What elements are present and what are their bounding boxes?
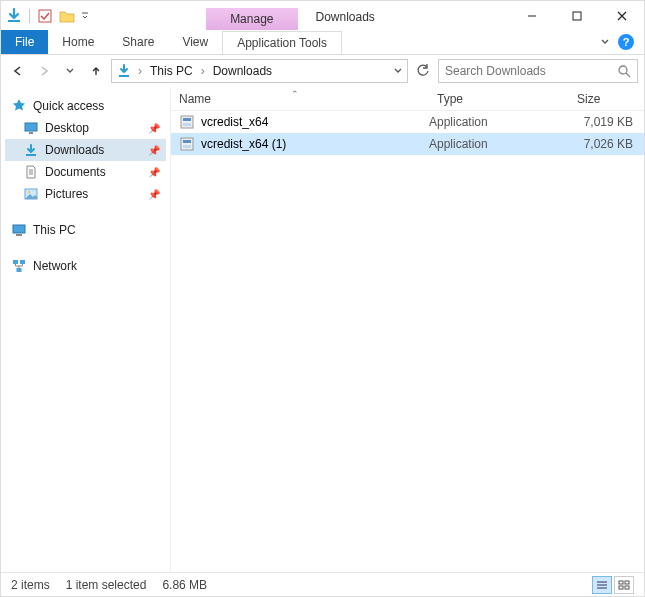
file-name: vcredist_x64 [201,115,268,129]
chevron-right-icon[interactable]: › [136,64,144,78]
file-size: 7,026 KB [569,137,639,151]
nav-bar: › This PC › Downloads [1,55,644,87]
status-item-count: 2 items [11,578,50,592]
svg-rect-29 [625,586,629,589]
file-list-pane: Name ⌃ Type Size vcredist_x64 Applicatio… [171,87,644,572]
sidebar-item-pictures[interactable]: Pictures 📌 [5,183,166,205]
search-icon[interactable] [618,65,631,78]
search-box[interactable] [438,59,638,83]
app-icon [5,7,23,25]
sidebar-item-label: Network [33,259,77,273]
quick-access-icon [11,98,27,114]
svg-rect-21 [183,140,191,143]
pictures-icon [23,186,39,202]
sidebar-item-label: This PC [33,223,76,237]
svg-rect-28 [619,586,623,589]
status-bar: 2 items 1 item selected 6.86 MB [1,572,644,596]
pin-icon[interactable]: 📌 [148,189,160,200]
sidebar-item-documents[interactable]: Documents 📌 [5,161,166,183]
pin-icon[interactable]: 📌 [148,123,160,134]
sidebar-item-label: Downloads [45,143,104,157]
location-icon [116,63,132,79]
recent-locations-icon[interactable] [59,60,81,82]
svg-rect-14 [13,260,18,264]
new-folder-icon[interactable] [58,7,76,25]
svg-point-3 [619,66,627,74]
status-selected-count: 1 item selected [66,578,147,592]
details-view-button[interactable] [592,576,612,594]
sidebar-this-pc[interactable]: This PC [5,219,166,241]
svg-rect-5 [25,123,37,131]
thumbnails-view-button[interactable] [614,576,634,594]
qat-dropdown-icon[interactable] [80,7,90,25]
status-selected-size: 6.86 MB [162,578,207,592]
file-size: 7,019 KB [569,115,639,129]
sort-indicator-icon: ⌃ [291,89,299,99]
tab-share[interactable]: Share [108,30,168,54]
sidebar-quick-access[interactable]: Quick access [5,95,166,117]
svg-rect-22 [183,145,191,148]
application-icon [179,136,195,152]
help-icon[interactable]: ? [618,34,634,50]
separator [29,9,30,23]
file-name: vcredist_x64 (1) [201,137,286,151]
table-row[interactable]: vcredist_x64 Application 7,019 KB [171,111,644,133]
sidebar-item-label: Quick access [33,99,104,113]
back-button[interactable] [7,60,29,82]
navigation-pane: Quick access Desktop 📌 Downloads 📌 Docum… [1,87,171,572]
svg-rect-18 [183,118,191,121]
column-headers: Name ⌃ Type Size [171,87,644,111]
tab-home[interactable]: Home [48,30,108,54]
title-bar: Manage Downloads [1,1,644,30]
refresh-button[interactable] [412,64,434,78]
sidebar-item-downloads[interactable]: Downloads 📌 [5,139,166,161]
network-icon [11,258,27,274]
svg-rect-0 [39,10,51,22]
address-bar[interactable]: › This PC › Downloads [111,59,408,83]
column-header-type[interactable]: Type [429,92,569,106]
documents-icon [23,164,39,180]
svg-rect-19 [183,123,191,126]
sidebar-item-label: Desktop [45,121,89,135]
column-header-size[interactable]: Size [569,92,639,106]
chevron-right-icon[interactable]: › [199,64,207,78]
search-input[interactable] [445,64,618,78]
sidebar-item-desktop[interactable]: Desktop 📌 [5,117,166,139]
table-row[interactable]: vcredist_x64 (1) Application 7,026 KB [171,133,644,155]
pin-icon[interactable]: 📌 [148,145,160,156]
address-dropdown-icon[interactable] [393,66,403,76]
svg-rect-20 [181,138,193,150]
svg-rect-16 [17,268,22,272]
ribbon-tabs: File Home Share View Application Tools ? [1,30,644,55]
close-button[interactable] [599,1,644,30]
forward-button[interactable] [33,60,55,82]
breadcrumb-downloads[interactable]: Downloads [211,64,274,78]
pin-icon[interactable]: 📌 [148,167,160,178]
window-title: Downloads [298,4,393,30]
svg-rect-27 [625,581,629,584]
ribbon-expand-icon[interactable] [600,37,610,47]
svg-rect-17 [181,116,193,128]
desktop-icon [23,120,39,136]
ribbon-context-tab[interactable]: Manage [206,8,297,30]
svg-rect-2 [573,12,581,20]
svg-line-4 [626,73,630,77]
properties-icon[interactable] [36,7,54,25]
sidebar-item-label: Pictures [45,187,88,201]
file-type: Application [429,137,569,151]
sidebar-network[interactable]: Network [5,255,166,277]
application-icon [179,114,195,130]
breadcrumb-this-pc[interactable]: This PC [148,64,195,78]
this-pc-icon [11,222,27,238]
file-tab[interactable]: File [1,30,48,54]
tab-view[interactable]: View [168,30,222,54]
sidebar-item-label: Documents [45,165,106,179]
downloads-icon [23,142,39,158]
up-button[interactable] [85,60,107,82]
maximize-button[interactable] [554,1,599,30]
column-header-name[interactable]: Name [171,92,429,106]
file-type: Application [429,115,569,129]
tab-application-tools[interactable]: Application Tools [222,31,342,54]
minimize-button[interactable] [509,1,554,30]
svg-rect-12 [13,225,25,233]
